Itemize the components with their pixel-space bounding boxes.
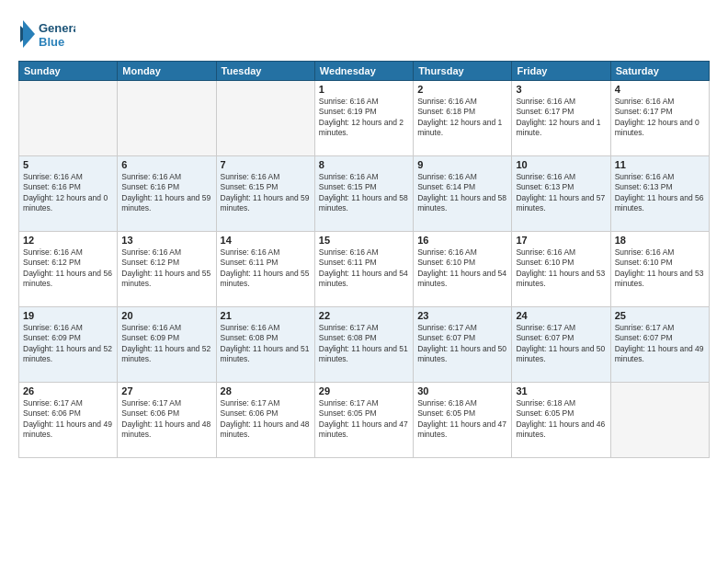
day-number: 19 [23,310,113,321]
day-cell-28: 28Sunrise: 6:17 AM Sunset: 6:06 PM Dayli… [216,383,314,458]
day-cell-8: 8Sunrise: 6:16 AM Sunset: 6:15 PM Daylig… [314,156,413,232]
day-info: Sunrise: 6:18 AM Sunset: 6:05 PM Dayligh… [417,398,507,441]
day-cell-2: 2Sunrise: 6:16 AM Sunset: 6:18 PM Daylig… [414,81,512,156]
day-number: 14 [221,235,311,246]
day-number: 2 [417,84,507,95]
logo-svg: GeneralBlue [18,17,75,52]
day-number: 28 [221,385,311,396]
day-number: 7 [221,159,311,170]
day-number: 12 [23,235,113,246]
day-cell-19: 19Sunrise: 6:16 AM Sunset: 6:09 PM Dayli… [19,307,118,383]
day-info: Sunrise: 6:16 AM Sunset: 6:13 PM Dayligh… [516,172,606,214]
day-info: Sunrise: 6:16 AM Sunset: 6:10 PM Dayligh… [417,247,507,290]
svg-marker-1 [23,20,35,48]
day-number: 6 [121,159,211,170]
day-info: Sunrise: 6:16 AM Sunset: 6:09 PM Dayligh… [23,323,113,365]
day-number: 8 [319,159,409,170]
day-info: Sunrise: 6:16 AM Sunset: 6:18 PM Dayligh… [417,97,507,139]
day-info: Sunrise: 6:16 AM Sunset: 6:16 PM Dayligh… [121,172,211,214]
weekday-sunday: Sunday [19,62,118,81]
day-info: Sunrise: 6:16 AM Sunset: 6:10 PM Dayligh… [615,247,705,290]
day-info: Sunrise: 6:17 AM Sunset: 6:07 PM Dayligh… [417,323,507,365]
day-cell-4: 4Sunrise: 6:16 AM Sunset: 6:17 PM Daylig… [610,81,709,156]
day-info: Sunrise: 6:16 AM Sunset: 6:15 PM Dayligh… [221,172,311,214]
day-number: 18 [615,235,705,246]
day-number: 27 [121,385,211,396]
day-number: 16 [417,235,507,246]
day-info: Sunrise: 6:16 AM Sunset: 6:08 PM Dayligh… [221,323,311,365]
day-info: Sunrise: 6:17 AM Sunset: 6:05 PM Dayligh… [319,398,409,441]
day-number: 22 [319,310,409,321]
day-cell-29: 29Sunrise: 6:17 AM Sunset: 6:05 PM Dayli… [314,383,413,458]
day-number: 9 [417,159,507,170]
day-cell-22: 22Sunrise: 6:17 AM Sunset: 6:08 PM Dayli… [314,307,413,383]
day-info: Sunrise: 6:16 AM Sunset: 6:09 PM Dayligh… [121,323,211,365]
day-number: 31 [516,385,606,396]
weekday-friday: Friday [512,62,610,81]
logo: GeneralBlue [18,17,75,52]
day-info: Sunrise: 6:18 AM Sunset: 6:05 PM Dayligh… [516,398,606,441]
day-number: 30 [417,385,507,396]
day-info: Sunrise: 6:16 AM Sunset: 6:11 PM Dayligh… [319,247,409,290]
empty-cell [216,81,314,156]
day-info: Sunrise: 6:16 AM Sunset: 6:10 PM Dayligh… [516,247,606,290]
day-cell-16: 16Sunrise: 6:16 AM Sunset: 6:10 PM Dayli… [414,232,512,307]
day-number: 24 [516,310,606,321]
day-cell-24: 24Sunrise: 6:17 AM Sunset: 6:07 PM Dayli… [512,307,610,383]
day-number: 20 [121,310,211,321]
day-info: Sunrise: 6:17 AM Sunset: 6:06 PM Dayligh… [121,398,211,441]
week-row-2: 5Sunrise: 6:16 AM Sunset: 6:16 PM Daylig… [19,156,710,232]
day-number: 29 [319,385,409,396]
day-cell-9: 9Sunrise: 6:16 AM Sunset: 6:14 PM Daylig… [414,156,512,232]
day-number: 3 [516,84,606,95]
day-number: 10 [516,159,606,170]
day-cell-31: 31Sunrise: 6:18 AM Sunset: 6:05 PM Dayli… [512,383,610,458]
weekday-header-row: SundayMondayTuesdayWednesdayThursdayFrid… [19,62,710,81]
header: GeneralBlue [18,17,710,52]
day-info: Sunrise: 6:16 AM Sunset: 6:15 PM Dayligh… [319,172,409,214]
day-number: 13 [121,235,211,246]
day-info: Sunrise: 6:16 AM Sunset: 6:14 PM Dayligh… [417,172,507,214]
day-info: Sunrise: 6:17 AM Sunset: 6:06 PM Dayligh… [221,398,311,441]
day-cell-20: 20Sunrise: 6:16 AM Sunset: 6:09 PM Dayli… [118,307,216,383]
day-number: 4 [615,84,705,95]
day-cell-15: 15Sunrise: 6:16 AM Sunset: 6:11 PM Dayli… [314,232,413,307]
day-info: Sunrise: 6:16 AM Sunset: 6:13 PM Dayligh… [615,172,705,214]
weekday-wednesday: Wednesday [314,62,413,81]
svg-text:General: General [39,21,75,35]
day-info: Sunrise: 6:16 AM Sunset: 6:16 PM Dayligh… [23,172,113,214]
weekday-thursday: Thursday [414,62,512,81]
day-number: 25 [615,310,705,321]
day-cell-26: 26Sunrise: 6:17 AM Sunset: 6:06 PM Dayli… [19,383,118,458]
day-cell-5: 5Sunrise: 6:16 AM Sunset: 6:16 PM Daylig… [19,156,118,232]
day-cell-10: 10Sunrise: 6:16 AM Sunset: 6:13 PM Dayli… [512,156,610,232]
week-row-4: 19Sunrise: 6:16 AM Sunset: 6:09 PM Dayli… [19,307,710,383]
day-info: Sunrise: 6:17 AM Sunset: 6:06 PM Dayligh… [23,398,113,441]
day-cell-1: 1Sunrise: 6:16 AM Sunset: 6:19 PM Daylig… [314,81,413,156]
day-info: Sunrise: 6:16 AM Sunset: 6:12 PM Dayligh… [23,247,113,290]
week-row-5: 26Sunrise: 6:17 AM Sunset: 6:06 PM Dayli… [19,383,710,458]
day-info: Sunrise: 6:16 AM Sunset: 6:17 PM Dayligh… [615,97,705,139]
svg-text:Blue: Blue [39,35,64,49]
day-cell-6: 6Sunrise: 6:16 AM Sunset: 6:16 PM Daylig… [118,156,216,232]
weekday-tuesday: Tuesday [216,62,314,81]
day-number: 17 [516,235,606,246]
day-cell-17: 17Sunrise: 6:16 AM Sunset: 6:10 PM Dayli… [512,232,610,307]
day-number: 1 [319,84,409,95]
day-cell-30: 30Sunrise: 6:18 AM Sunset: 6:05 PM Dayli… [414,383,512,458]
day-number: 15 [319,235,409,246]
day-number: 21 [221,310,311,321]
day-info: Sunrise: 6:16 AM Sunset: 6:12 PM Dayligh… [121,247,211,290]
day-cell-18: 18Sunrise: 6:16 AM Sunset: 6:10 PM Dayli… [610,232,709,307]
day-cell-21: 21Sunrise: 6:16 AM Sunset: 6:08 PM Dayli… [216,307,314,383]
day-info: Sunrise: 6:16 AM Sunset: 6:11 PM Dayligh… [221,247,311,290]
day-number: 11 [615,159,705,170]
calendar-table: SundayMondayTuesdayWednesdayThursdayFrid… [18,61,710,458]
day-number: 26 [23,385,113,396]
day-number: 5 [23,159,113,170]
day-info: Sunrise: 6:17 AM Sunset: 6:07 PM Dayligh… [516,323,606,365]
weekday-monday: Monday [118,62,216,81]
day-cell-7: 7Sunrise: 6:16 AM Sunset: 6:15 PM Daylig… [216,156,314,232]
weekday-saturday: Saturday [610,62,709,81]
empty-cell [118,81,216,156]
